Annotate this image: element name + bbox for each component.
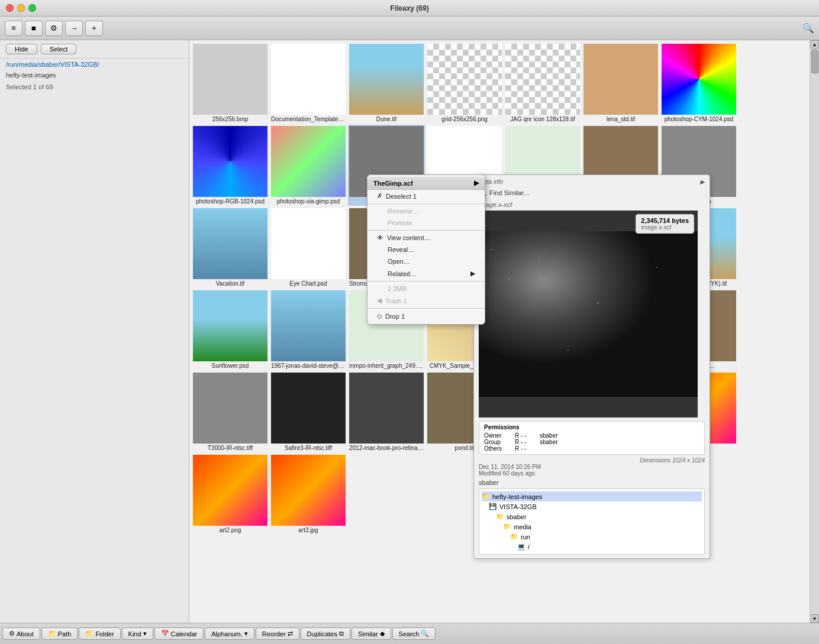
file-thumbnail bbox=[193, 373, 267, 444]
forward-icon: → bbox=[70, 24, 78, 33]
folder-icon: 📁 bbox=[482, 493, 490, 500]
perm-group-row: Group R - - sbaber bbox=[484, 439, 699, 445]
add-button[interactable]: + bbox=[85, 21, 103, 36]
svg-rect-4 bbox=[597, 302, 599, 304]
close-button[interactable] bbox=[6, 4, 14, 12]
file-size-badge: 2,345,714 bytes image.x-xcf bbox=[636, 214, 694, 234]
scrollbar[interactable]: ▲ ▼ bbox=[810, 40, 819, 623]
forward-button[interactable]: → bbox=[65, 21, 83, 36]
file-item[interactable]: Vacation.tif bbox=[192, 207, 269, 288]
meta-expand-arrow[interactable]: ▶ bbox=[700, 179, 705, 185]
file-thumbnail bbox=[662, 44, 736, 115]
file-item[interactable]: T3000-IR-ntsc.tiff bbox=[192, 371, 269, 452]
path-item-run[interactable]: 📁 run bbox=[482, 532, 702, 542]
main-toolbar: ≡ ■ ⚙ → + 🔍 bbox=[0, 17, 819, 40]
file-name-label: photoshop-RGB-1024.psd bbox=[196, 198, 265, 205]
file-thumbnail bbox=[505, 44, 580, 115]
file-item[interactable]: 1987-jonas-david-steve@wins bbox=[270, 289, 347, 370]
similar-button[interactable]: Similar ◆ bbox=[352, 627, 391, 640]
context-menu-open[interactable]: Open… bbox=[367, 255, 485, 267]
file-item[interactable]: grid-256x256.png bbox=[426, 43, 503, 124]
path-button[interactable]: 📁 Path bbox=[41, 627, 78, 640]
file-item[interactable]: 256x256.bmp bbox=[192, 43, 269, 124]
selection-info: Selected 1 of 69 bbox=[0, 82, 189, 94]
search-icon-btn: 🔍 bbox=[421, 630, 429, 637]
search-button[interactable]: Search 🔍 bbox=[392, 627, 436, 640]
select-button[interactable]: Select bbox=[41, 44, 77, 54]
path-item-media[interactable]: 📁 media bbox=[482, 522, 702, 532]
file-name-label: photoshop-via-gimp.psd bbox=[277, 198, 340, 205]
calendar-icon: 📅 bbox=[161, 630, 169, 637]
window-controls bbox=[6, 4, 36, 12]
minimize-button[interactable] bbox=[17, 4, 25, 12]
context-menu-related[interactable]: Related… ▶ bbox=[367, 267, 485, 280]
folder-icon-4: 📁 bbox=[510, 533, 518, 541]
file-item[interactable]: photoshop-CYM-1024.psd bbox=[660, 43, 737, 124]
menu-button[interactable]: ≡ bbox=[5, 21, 22, 36]
preview-svg bbox=[479, 231, 698, 397]
menu-icon: ≡ bbox=[11, 24, 16, 33]
folder-button[interactable]: 📁 Folder bbox=[79, 627, 120, 640]
context-menu-deselect[interactable]: ✗ Deselect 1 bbox=[367, 190, 485, 202]
file-item[interactable]: Dune.tif bbox=[348, 43, 425, 124]
find-similar-button[interactable]: 🔍 Find Similar… bbox=[479, 189, 705, 196]
path-item-root[interactable]: 💻 / bbox=[482, 542, 702, 552]
path-item-hefty[interactable]: 📁 hefty-test-images bbox=[482, 491, 702, 501]
scroll-track[interactable] bbox=[811, 48, 819, 614]
file-item[interactable]: 2012-mac-book-pro-retina.jpg bbox=[348, 371, 425, 452]
duplicates-button[interactable]: Duplicates ⧉ bbox=[301, 627, 350, 640]
file-item[interactable]: art3.jpg bbox=[270, 454, 347, 535]
title-bar: Fileaxy (69) bbox=[0, 0, 819, 17]
reorder-button[interactable]: Reorder ⇄ bbox=[256, 627, 299, 640]
file-name-label: 256x256.bmp bbox=[212, 116, 249, 122]
path-item-sbaber[interactable]: 📁 sbaber bbox=[482, 512, 702, 522]
calendar-button[interactable]: 📅 Calendar bbox=[154, 627, 204, 640]
scroll-thumb[interactable] bbox=[811, 50, 818, 73]
scroll-up-button[interactable]: ▲ bbox=[811, 40, 819, 48]
alphanum-arrow-icon: ▾ bbox=[244, 630, 248, 637]
file-name-label: lena_std.tif bbox=[607, 116, 635, 122]
about-button[interactable]: ⚙ About bbox=[2, 627, 40, 640]
settings-button[interactable]: ⚙ bbox=[45, 21, 63, 36]
svg-rect-6 bbox=[568, 349, 569, 351]
maximize-button[interactable] bbox=[28, 4, 36, 12]
file-thumbnail bbox=[193, 290, 267, 361]
bottom-toolbar: ⚙ About 📁 Path 📁 Folder Kind ▾ 📅 Calenda… bbox=[0, 623, 819, 644]
trash-back-arrow: ◀ bbox=[377, 297, 382, 305]
scroll-down-button[interactable]: ▼ bbox=[811, 614, 819, 623]
modified-date: Modified 60 days ago bbox=[479, 470, 705, 477]
kind-button[interactable]: Kind ▾ bbox=[122, 627, 153, 640]
stop-button[interactable]: ■ bbox=[25, 21, 43, 36]
file-thumbnail bbox=[193, 126, 267, 197]
alphanum-button[interactable]: Alphanum. ▾ bbox=[205, 627, 254, 640]
sidebar: Hide Select /run/media/sbaber/VISTA-32GB… bbox=[0, 40, 189, 623]
file-name-label: Documentation_Template.dot bbox=[271, 116, 346, 122]
context-menu-drop[interactable]: ◇ Drop 1 bbox=[367, 310, 485, 322]
search-icon[interactable]: 🔍 bbox=[802, 22, 814, 34]
window-title: Fileaxy (69) bbox=[390, 4, 428, 12]
file-name-label: 1987-jonas-david-steve@wins bbox=[271, 363, 346, 369]
current-path[interactable]: /run/media/sbaber/VISTA-32GB/ bbox=[0, 59, 189, 70]
context-menu-size: 2.3MB bbox=[367, 283, 485, 295]
file-item[interactable]: art2.png bbox=[192, 454, 269, 535]
file-item[interactable]: Documentation_Template.dot bbox=[270, 43, 347, 124]
file-item[interactable]: lena_std.tif bbox=[582, 43, 659, 124]
hide-button[interactable]: Hide bbox=[6, 44, 37, 54]
file-name-label: art3.jpg bbox=[298, 527, 318, 533]
context-menu-reveal[interactable]: Reveal… bbox=[367, 244, 485, 255]
file-item[interactable]: Eye Chart.psd bbox=[270, 207, 347, 288]
context-menu-expand-arrow: ▶ bbox=[474, 179, 479, 187]
file-item[interactable]: JAG qnr icon 128x128.tif bbox=[504, 43, 581, 124]
file-item[interactable]: photoshop-via-gimp.psd bbox=[270, 125, 347, 206]
file-thumbnail bbox=[271, 290, 346, 361]
context-menu-title: TheGimp.xcf ▶ bbox=[367, 177, 485, 190]
path-item-vista[interactable]: 💾 VISTA-32GB bbox=[482, 501, 702, 512]
context-menu-view-content[interactable]: 👁 View content… bbox=[367, 232, 485, 244]
file-item[interactable]: photoshop-RGB-1024.psd bbox=[192, 125, 269, 206]
context-menu-sep-3 bbox=[367, 281, 485, 281]
image-dimensions: Dimensions 1024 x 1024 bbox=[479, 457, 705, 464]
view-icon: 👁 bbox=[377, 234, 383, 241]
file-item[interactable]: Sunflower.psd bbox=[192, 289, 269, 370]
file-item[interactable]: Safire3-IR-ntsc.tiff bbox=[270, 371, 347, 452]
file-name-label: Eye Chart.psd bbox=[289, 280, 327, 287]
